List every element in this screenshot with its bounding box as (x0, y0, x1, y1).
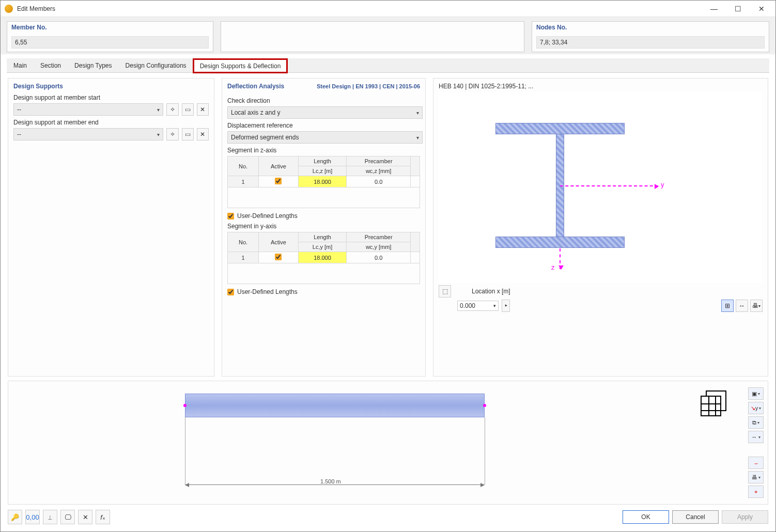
z-active-checkbox[interactable] (275, 178, 282, 184)
ok-button[interactable]: OK (623, 510, 669, 524)
apply-button[interactable]: Apply (722, 510, 768, 524)
smile-button[interactable]: ⌣ (748, 457, 764, 469)
y-precamber-cell[interactable]: 0.0 (347, 252, 411, 263)
check-direction-combo[interactable]: Local axis z and y ▾ (227, 106, 423, 119)
z-length-cell[interactable]: 18.000 (298, 176, 347, 187)
footer: 🔑 0,00 ⟂ 🖵 ✕ fₓ OK Cancel Apply (1, 505, 775, 531)
segment-z-table: No. Active Length Precamber Lc,z [m] wc,… (227, 156, 420, 208)
y-length-cell[interactable]: 18.000 (298, 252, 347, 263)
tabs: Main Section Design Types Design Configu… (7, 58, 769, 73)
tab-design-configurations[interactable]: Design Configurations (119, 58, 193, 72)
delete-support-start-button[interactable]: ✕ (197, 103, 209, 116)
maximize-button[interactable]: ☐ (726, 1, 750, 17)
y-precamber-unit: wc,y [mm] (347, 242, 411, 252)
axes-toggle-button[interactable]: ⊞ (721, 300, 734, 312)
tab-main[interactable]: Main (7, 58, 34, 72)
view-dim-button[interactable]: ↔▾ (748, 431, 764, 443)
extension-right (485, 417, 485, 484)
member-no-value[interactable]: 6,55 (11, 36, 209, 49)
z-length-unit: Lc,z [m] (298, 166, 347, 176)
nodes-no-label: Nodes No. (536, 24, 765, 31)
view-iso-button[interactable]: ▣▾ (748, 387, 764, 400)
content-area: Design Supports Design support at member… (1, 73, 775, 377)
deflection-panel: Deflection Analysis Steel Design | EN 19… (222, 78, 426, 377)
library-support-end-button[interactable]: ▭ (182, 128, 194, 140)
cancel-button[interactable]: Cancel (672, 510, 719, 524)
view-3d-button[interactable]: ⬚ (439, 285, 451, 298)
support-start-label: Design support at member start (13, 94, 209, 101)
support-start-combo[interactable]: -- ▾ (13, 103, 163, 116)
table-row[interactable]: 1 18.000 0.0 (228, 176, 420, 187)
display-button[interactable]: 🖵 (60, 510, 75, 524)
delete-button[interactable]: ✕ (78, 510, 92, 524)
fx-button[interactable]: fₓ (96, 510, 110, 524)
member-icon-button[interactable]: ⟂ (43, 510, 57, 524)
check-direction-label: Check direction (227, 97, 420, 104)
tab-section[interactable]: Section (34, 58, 68, 72)
chevron-down-icon: ▾ (157, 107, 160, 113)
displacement-ref-combo[interactable]: Deformed segment ends ▾ (227, 131, 423, 144)
location-stepper[interactable]: ‣ (502, 300, 510, 312)
dimension-button[interactable]: ↔ (736, 300, 748, 312)
cross-section-title: HEB 140 | DIN 1025-2:1995-11; ... (439, 83, 763, 90)
view-section-button[interactable]: ⧉▾ (748, 416, 764, 429)
displacement-ref-label: Displacement reference (227, 122, 420, 129)
support-end-combo[interactable]: -- ▾ (13, 128, 163, 140)
chevron-down-icon: ▾ (493, 303, 496, 308)
cross-section-panel: HEB 140 | DIN 1025-2:1995-11; ... y z ⬚ … (433, 78, 768, 377)
nodes-no-box: Nodes No. 7,8; 33,34 (532, 21, 769, 52)
tab-design-supports-deflection[interactable]: Design Supports & Deflection (193, 59, 288, 73)
delete-support-end-button[interactable]: ✕ (197, 128, 209, 140)
dimension-line (185, 484, 485, 485)
tab-design-types[interactable]: Design Types (68, 58, 119, 72)
col-active: Active (259, 232, 299, 252)
location-x-input[interactable]: 0.000 ▾ (457, 301, 499, 311)
member-preview[interactable]: 1.500 m ▣▾ ↘y▾ ⧉▾ ↔▾ ⌣ 🖶▾ ⌖ (8, 381, 768, 505)
col-no: No. (228, 232, 259, 252)
y-udl-checkbox[interactable] (227, 289, 234, 295)
cross-section-view[interactable]: y z (439, 92, 763, 283)
print-button[interactable]: 🖶▾ (750, 300, 763, 312)
y-udl-row[interactable]: User-Defined Lengths (227, 288, 420, 295)
view-axis-button[interactable]: ↘y▾ (748, 402, 764, 414)
ibeam-top-flange (495, 123, 625, 134)
view-cube[interactable] (701, 390, 726, 416)
y-axis-label: y (661, 181, 664, 189)
header-row: Member No. 6,55 Nodes No. 7,8; 33,34 (1, 17, 775, 54)
close-button[interactable]: ✕ (750, 1, 773, 17)
y-length-unit: Lc,y [m] (298, 242, 347, 252)
segment-y-table: No. Active Length Precamber Lc,y [m] wc,… (227, 232, 420, 284)
minimize-button[interactable]: — (702, 1, 726, 17)
titlebar: Edit Members — ☐ ✕ (1, 1, 775, 17)
support-start-value: -- (17, 106, 21, 113)
table-row[interactable]: 1 18.000 0.0 (228, 252, 420, 263)
y-active-checkbox[interactable] (275, 254, 282, 260)
nodes-no-value[interactable]: 7,8; 33,34 (536, 36, 765, 49)
deflection-title: Deflection Analysis (227, 83, 284, 90)
displacement-ref-value: Deformed segment ends (231, 134, 299, 141)
design-supports-panel: Design Supports Design support at member… (8, 78, 214, 377)
reset-zoom-button[interactable]: ⌖ (748, 486, 764, 498)
col-no: No. (228, 157, 259, 176)
units-button[interactable]: 0,00 (25, 510, 40, 524)
col-length: Length (298, 157, 347, 166)
z-precamber-unit: wc,z [mm] (347, 166, 411, 176)
print-preview-button[interactable]: 🖶▾ (748, 471, 764, 483)
member-no-label: Member No. (11, 24, 209, 31)
z-axis-line (560, 248, 561, 269)
y-row-no: 1 (228, 252, 259, 263)
edit-members-window: Edit Members — ☐ ✕ Member No. 6,55 Nodes… (0, 0, 776, 532)
library-support-start-button[interactable]: ▭ (182, 103, 194, 116)
ibeam-bottom-flange (495, 237, 625, 248)
new-support-start-button[interactable]: ✧ (166, 103, 178, 116)
help-button[interactable]: 🔑 (8, 510, 22, 524)
window-title: Edit Members (17, 5, 55, 12)
z-udl-checkbox[interactable] (227, 213, 234, 220)
member-no-box: Member No. 6,55 (7, 21, 213, 52)
location-label: Location x [m] (472, 288, 510, 295)
chevron-down-icon: ▾ (157, 132, 160, 137)
new-support-end-button[interactable]: ✧ (166, 128, 178, 140)
z-precamber-cell[interactable]: 0.0 (347, 176, 411, 187)
z-axis-label: z (551, 263, 555, 271)
z-udl-row[interactable]: User-Defined Lengths (227, 212, 420, 220)
